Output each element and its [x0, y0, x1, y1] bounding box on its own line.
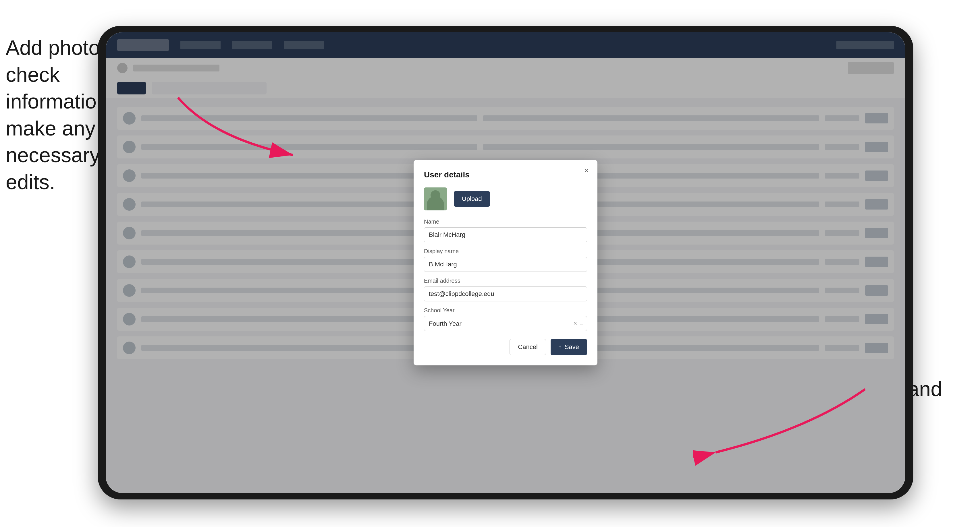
school-year-select[interactable]: Fourth Year — [424, 316, 587, 331]
tablet-screen: × User details Upload Name — [106, 32, 905, 493]
name-input[interactable] — [424, 227, 587, 242]
display-name-field-group: Display name — [424, 248, 587, 272]
email-label: Email address — [424, 278, 587, 284]
select-clear-icon[interactable]: × — [573, 320, 577, 327]
school-year-field-group: School Year Fourth Year × ⌄ — [424, 307, 587, 331]
cancel-button[interactable]: Cancel — [509, 339, 546, 355]
modal-close-button[interactable]: × — [581, 166, 592, 176]
name-label: Name — [424, 218, 587, 225]
user-photo-thumbnail — [424, 187, 447, 210]
photo-upload-row: Upload — [424, 187, 587, 210]
user-details-modal: × User details Upload Name — [414, 160, 597, 365]
modal-title: User details — [424, 170, 587, 179]
modal-overlay: × User details Upload Name — [106, 32, 905, 493]
school-year-label: School Year — [424, 307, 587, 314]
display-name-label: Display name — [424, 248, 587, 255]
app-background: × User details Upload Name — [106, 32, 905, 493]
school-year-select-wrapper: Fourth Year × ⌄ — [424, 316, 587, 331]
email-input[interactable] — [424, 286, 587, 302]
save-button[interactable]: ↑ Save — [550, 339, 587, 355]
tablet-device: × User details Upload Name — [98, 26, 913, 500]
modal-footer: Cancel ↑ Save — [424, 339, 587, 355]
select-icons: × ⌄ — [573, 320, 584, 327]
email-field-group: Email address — [424, 278, 587, 302]
chevron-down-icon[interactable]: ⌄ — [579, 320, 584, 327]
upload-photo-button[interactable]: Upload — [454, 191, 490, 207]
save-icon: ↑ — [558, 343, 562, 351]
save-label: Save — [565, 343, 579, 351]
display-name-input[interactable] — [424, 257, 587, 272]
name-field-group: Name — [424, 218, 587, 242]
